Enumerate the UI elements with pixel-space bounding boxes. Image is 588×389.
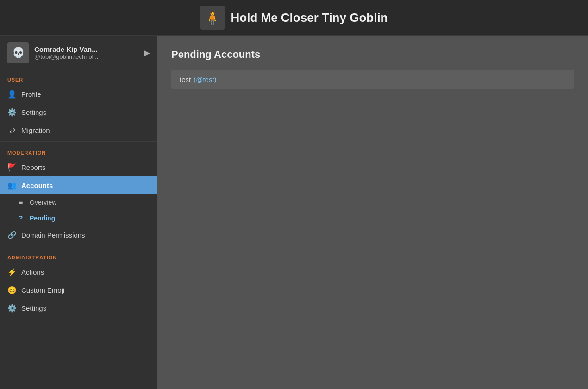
- sidebar-item-domain-permissions[interactable]: 🔗 Domain Permissions: [0, 226, 157, 244]
- moderation-section-label: MODERATION: [0, 144, 157, 158]
- user-card: 💀 Comrade Kip Van... @tobi@goblin.techno…: [0, 36, 157, 70]
- account-row[interactable]: test (@test): [171, 70, 574, 89]
- header-avatar: 🧍: [200, 6, 225, 30]
- reports-icon: 🚩: [7, 163, 17, 172]
- main-content: Pending Accounts test (@test): [157, 36, 588, 389]
- profile-icon: 👤: [7, 90, 17, 99]
- sidebar: 💀 Comrade Kip Van... @tobi@goblin.techno…: [0, 36, 157, 389]
- accounts-icon: 👥: [7, 181, 17, 190]
- sidebar-item-admin-settings[interactable]: ⚙️ Settings: [0, 299, 157, 317]
- sidebar-item-custom-emoji[interactable]: 😊 Custom Emoji: [0, 281, 157, 299]
- divider-2: [0, 246, 157, 246]
- user-info: Comrade Kip Van... @tobi@goblin.technol.…: [34, 45, 138, 60]
- sidebar-subitem-label: Overview: [30, 199, 56, 206]
- sidebar-item-label: Domain Permissions: [21, 231, 85, 239]
- app-title: Hold Me Closer Tiny Goblin: [231, 11, 388, 25]
- account-handle: (@test): [194, 75, 216, 83]
- custom-emoji-icon: 😊: [7, 286, 17, 295]
- sidebar-subitem-label: Pending: [30, 214, 55, 222]
- sidebar-subitem-pending[interactable]: ? Pending: [0, 210, 157, 226]
- sidebar-item-profile[interactable]: 👤 Profile: [0, 85, 157, 103]
- divider-1: [0, 141, 157, 142]
- account-username: test: [180, 75, 191, 83]
- sidebar-item-label: Reports: [21, 163, 46, 171]
- administration-section-label: ADMINISTRATION: [0, 248, 157, 263]
- pending-icon: ?: [17, 214, 25, 222]
- page-title: Pending Accounts: [171, 49, 574, 61]
- main-layout: 💀 Comrade Kip Van... @tobi@goblin.techno…: [0, 36, 588, 389]
- sidebar-item-accounts[interactable]: 👥 Accounts: [0, 176, 157, 194]
- user-name: Comrade Kip Van...: [34, 45, 138, 53]
- user-section-label: USER: [0, 70, 157, 85]
- goblin-icon: 🧍: [204, 10, 221, 26]
- sidebar-item-migration[interactable]: ⇄ Migration: [0, 121, 157, 139]
- logout-button[interactable]: ▶: [144, 48, 150, 58]
- migration-icon: ⇄: [7, 126, 17, 135]
- avatar: 💀: [7, 42, 29, 63]
- sidebar-subitem-overview[interactable]: ≡ Overview: [0, 194, 157, 210]
- app-header: 🧍 Hold Me Closer Tiny Goblin: [0, 0, 588, 36]
- sidebar-item-actions[interactable]: ⚡ Actions: [0, 263, 157, 281]
- sidebar-item-label: Migration: [21, 126, 50, 134]
- sidebar-item-label: Profile: [21, 90, 41, 98]
- sidebar-item-reports[interactable]: 🚩 Reports: [0, 158, 157, 176]
- settings-icon: ⚙️: [7, 108, 17, 117]
- overview-icon: ≡: [17, 199, 25, 206]
- sidebar-item-label: Actions: [21, 268, 44, 276]
- sidebar-item-label: Settings: [21, 304, 46, 312]
- sidebar-item-label: Settings: [21, 108, 46, 116]
- avatar-icon: 💀: [12, 47, 25, 59]
- sidebar-item-label: Accounts: [21, 182, 53, 189]
- user-handle: @tobi@goblin.technol...: [34, 53, 138, 60]
- actions-icon: ⚡: [7, 268, 17, 276]
- domain-permissions-icon: 🔗: [7, 231, 17, 239]
- sidebar-item-label: Custom Emoji: [21, 286, 64, 294]
- admin-settings-icon: ⚙️: [7, 304, 17, 313]
- sidebar-item-settings[interactable]: ⚙️ Settings: [0, 103, 157, 121]
